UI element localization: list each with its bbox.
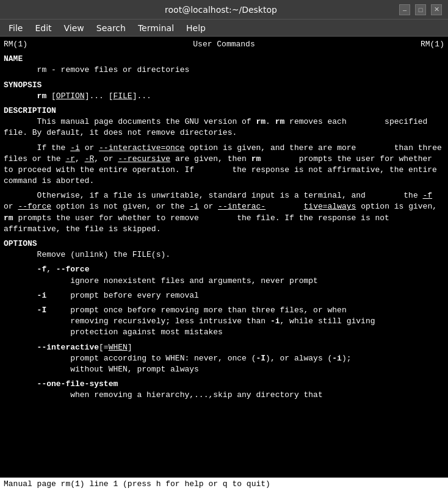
status-bar: Manual page rm(1) line 1 (press h for he…	[0, 478, 448, 491]
header-center: User Commands	[193, 39, 255, 50]
synopsis-section-heading: SYNOPSIS	[4, 80, 444, 91]
minimize-button[interactable]: –	[399, 4, 410, 15]
option-one-file-system-line: --one-file-system	[4, 379, 444, 390]
menu-search[interactable]: Search	[90, 22, 132, 34]
menu-bar: File Edit View Search Terminal Help	[0, 20, 448, 37]
menu-view[interactable]: View	[58, 22, 90, 34]
description-p1: This manual page documents the GNU versi…	[4, 116, 444, 138]
close-button[interactable]: ✕	[431, 4, 442, 15]
window-controls[interactable]: – □ ✕	[399, 4, 442, 15]
menu-help[interactable]: Help	[180, 22, 212, 34]
description-section-heading: DESCRIPTION	[4, 106, 444, 116]
terminal-content[interactable]: RM(1) User Commands RM(1) NAME rm - remo…	[0, 37, 448, 491]
status-text: Manual page rm(1) line 1 (press h for he…	[4, 479, 270, 489]
man-header: RM(1) User Commands RM(1)	[4, 39, 444, 50]
option-one-file-system-desc: when removing a hierarchy,...,skip any d…	[4, 390, 444, 401]
options-intro: Remove (unlink) the FILE(s).	[4, 249, 444, 260]
option-interactive-line: --interactive[=WHEN]	[4, 342, 444, 353]
menu-file[interactable]: File	[2, 22, 29, 34]
option-f-desc: ignore nonexistent files and arguments, …	[4, 276, 444, 287]
window-title: root@localhost:~/Desktop	[43, 5, 399, 15]
maximize-button[interactable]: □	[415, 4, 426, 15]
description-p3: Otherwise, if a file is unwritable, stan…	[4, 190, 444, 235]
header-right: RM(1)	[421, 39, 444, 50]
option-interactive-desc: prompt according to WHEN: never, once (-…	[4, 353, 444, 375]
header-left: RM(1)	[4, 39, 27, 50]
option-I-line: -I prompt once before removing more than…	[4, 305, 444, 339]
name-section-heading: NAME	[4, 54, 444, 65]
title-bar: root@localhost:~/Desktop – □ ✕	[0, 0, 448, 20]
menu-terminal[interactable]: Terminal	[132, 22, 180, 34]
options-section-heading: OPTIONS	[4, 238, 444, 249]
option-i-line: -i prompt before every removal	[4, 290, 444, 301]
name-section-content: rm - remove files or directories	[4, 65, 444, 76]
description-p2: If the -i or --interactive=once option i…	[4, 143, 444, 187]
menu-edit[interactable]: Edit	[29, 22, 57, 34]
synopsis-section-content: rm [OPTION]... [FILE]...	[4, 91, 444, 102]
option-f-line: -f, --force	[4, 264, 444, 275]
